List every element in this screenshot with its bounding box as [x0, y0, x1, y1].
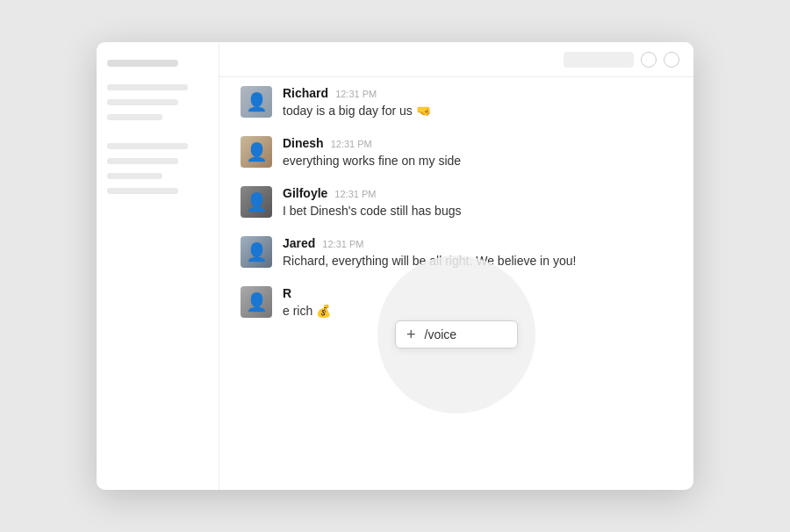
window-control-1[interactable] — [641, 52, 657, 68]
avatar: 👤 — [241, 236, 272, 268]
message-group: 👤 Richard 12:31 PM today is a big day fo… — [241, 86, 672, 120]
message-text: today is a big day for us 🤜 — [283, 102, 672, 120]
message-content: Gilfoyle 12:31 PM I bet Dinesh's code st… — [283, 186, 672, 220]
plus-icon[interactable]: + — [406, 327, 416, 342]
message-text: everything works fine on my side — [283, 152, 672, 170]
message-time: 12:31 PM — [334, 189, 376, 199]
sidebar-item[interactable] — [107, 143, 188, 149]
message-header: Jared 12:31 PM — [283, 236, 672, 250]
message-group: 👤 Dinesh 12:31 PM everything works fine … — [241, 136, 672, 170]
sidebar-item[interactable] — [107, 114, 162, 120]
message-author: R — [283, 286, 291, 300]
message-time: 12:31 PM — [335, 89, 377, 99]
message-author: Dinesh — [283, 136, 324, 150]
chat-area: 👤 Richard 12:31 PM today is a big day fo… — [219, 42, 693, 490]
search-bar[interactable] — [564, 52, 634, 68]
spotlight-overlay: + /voice — [377, 255, 535, 413]
message-text: I bet Dinesh's code still has bugs — [283, 202, 672, 220]
message-group: 👤 Gilfoyle 12:31 PM I bet Dinesh's code … — [241, 186, 672, 220]
sidebar-item[interactable] — [107, 173, 162, 179]
window-control-2[interactable] — [664, 52, 679, 68]
sidebar-item[interactable] — [107, 188, 178, 194]
command-input-box[interactable]: + /voice — [395, 320, 518, 349]
app-window: 👤 Richard 12:31 PM today is a big day fo… — [97, 42, 693, 490]
message-header: Dinesh 12:31 PM — [283, 136, 672, 150]
message-header: Gilfoyle 12:31 PM — [283, 186, 672, 200]
avatar: 👤 — [241, 86, 272, 118]
message-time: 12:31 PM — [322, 239, 363, 249]
sidebar-title — [107, 60, 178, 67]
message-author: Gilfoyle — [283, 186, 327, 200]
message-content: Richard 12:31 PM today is a big day for … — [283, 86, 672, 120]
command-text[interactable]: /voice — [425, 327, 457, 341]
avatar: 👤 — [241, 286, 272, 318]
message-author: Richard — [283, 86, 328, 100]
sidebar — [97, 42, 219, 490]
message-header: Richard 12:31 PM — [283, 86, 672, 100]
sidebar-item[interactable] — [107, 99, 178, 105]
title-bar — [219, 42, 693, 77]
avatar: 👤 — [241, 186, 272, 218]
message-content: Dinesh 12:31 PM everything works fine on… — [283, 136, 672, 170]
input-area: + /voice — [241, 340, 672, 361]
avatar: 👤 — [241, 136, 272, 168]
message-time: 12:31 PM — [331, 139, 372, 149]
message-author: Jared — [283, 236, 315, 250]
sidebar-item[interactable] — [107, 158, 178, 164]
sidebar-item[interactable] — [107, 84, 188, 90]
